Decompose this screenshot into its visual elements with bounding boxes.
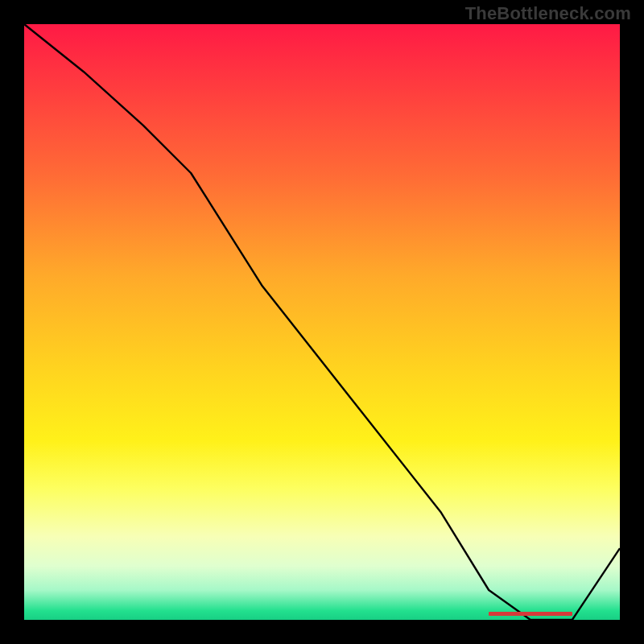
- chart-stage: TheBottleneck.com: [0, 0, 644, 644]
- chart-line: [24, 24, 620, 620]
- chart-line-layer: [24, 24, 620, 620]
- flat-segment-marker: [489, 612, 572, 616]
- watermark-text: TheBottleneck.com: [465, 3, 631, 24]
